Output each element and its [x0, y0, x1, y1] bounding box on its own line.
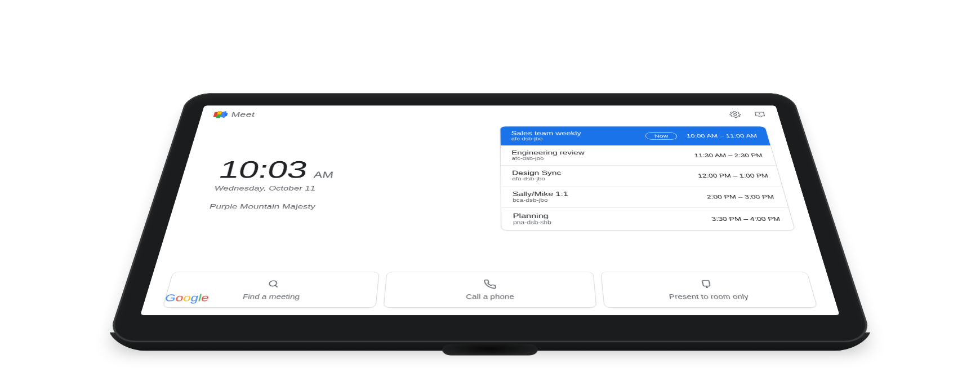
action-row: Find a meeting Call a phone: [140, 267, 840, 316]
agenda-row[interactable]: Engineering reviewafc-dsb-jbo11:30 AM – …: [501, 145, 776, 165]
agenda-card: Sales team weeklyafc-dsb-jboNow10:00 AM …: [500, 126, 795, 231]
agenda-title: Planning: [513, 212, 712, 220]
meet-logo: Meet: [213, 111, 256, 118]
agenda-time: 2:00 PM – 3:00 PM: [706, 194, 775, 200]
agenda-time: 11:30 AM – 2:30 PM: [694, 153, 763, 158]
agenda-title: Sales team weekly: [511, 131, 645, 137]
feedback-icon[interactable]: [752, 110, 767, 118]
svg-line-9: [275, 285, 278, 287]
room-name: Purple Mountain Majesty: [208, 203, 501, 211]
screen: Meet: [140, 105, 840, 315]
agenda-row[interactable]: Planningpna-dsb-shb3:30 PM – 4:00 PM: [501, 207, 795, 230]
svg-rect-10: [702, 280, 710, 286]
agenda-title: Design Sync: [512, 170, 698, 176]
tablet-device: Meet: [106, 93, 874, 342]
svg-point-5: [733, 114, 737, 116]
find-meeting-button[interactable]: Find a meeting: [162, 272, 379, 308]
agenda-code: pna-dsb-shb: [513, 220, 713, 225]
meet-icon: [213, 111, 228, 118]
app-title: Meet: [230, 111, 256, 118]
agenda-row[interactable]: Design Syncafa-dsb-jbo12:00 PM – 1:00 PM: [501, 165, 782, 186]
present-button[interactable]: Present to room only: [600, 272, 817, 308]
agenda-row[interactable]: Sales team weeklyafc-dsb-jboNow10:00 AM …: [501, 126, 770, 145]
clock-time: 10:03: [216, 156, 309, 183]
agenda-time: 12:00 PM – 1:00 PM: [697, 172, 769, 178]
clock-pane: 10:03 AM Wednesday, October 11 Purple Mo…: [155, 123, 502, 266]
call-phone-button[interactable]: Call a phone: [384, 272, 597, 308]
agenda-time: 3:30 PM – 4:00 PM: [711, 216, 781, 222]
agenda-pane: Sales team weeklyafc-dsb-jboNow10:00 AM …: [500, 123, 825, 266]
agenda-code: afc-dsb-jbo: [511, 136, 647, 141]
agenda-code: bca-dsb-jbo: [513, 198, 708, 203]
svg-point-7: [760, 115, 761, 116]
svg-line-6: [759, 113, 760, 115]
settings-icon[interactable]: [728, 110, 742, 118]
agenda-time: 10:00 AM – 11:00 AM: [686, 133, 758, 139]
agenda-title: Engineering review: [511, 150, 694, 156]
hardware-home-button[interactable]: [442, 344, 538, 356]
clock-ampm: AM: [313, 170, 334, 180]
agenda-code: afc-dsb-jbo: [511, 156, 695, 161]
